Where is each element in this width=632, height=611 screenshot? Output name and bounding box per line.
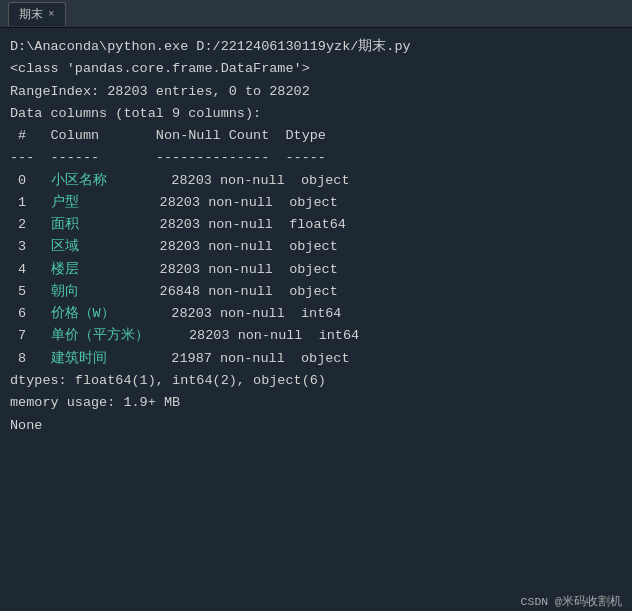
title-bar: 期末 × [0,0,632,28]
output-line: 6 价格（W） 28203 non-null int64 [10,303,622,325]
output-line: 7 单价（平方米） 28203 non-null int64 [10,325,622,347]
output-line: memory usage: 1.9+ MB [10,392,622,414]
output-line: 1 户型 28203 non-null object [10,192,622,214]
output-line: 2 面积 28203 non-null float64 [10,214,622,236]
console-output: D:\Anaconda\python.exe D:/2212406130119y… [0,28,632,592]
tab-label: 期末 [19,6,43,23]
output-line: dtypes: float64(1), int64(2), object(6) [10,370,622,392]
output-line: <class 'pandas.core.frame.DataFrame'> [10,58,622,80]
output-line: Data columns (total 9 columns): [10,103,622,125]
watermark: CSDN @米码收割机 [521,594,622,609]
footer-bar: CSDN @米码收割机 [0,592,632,611]
output-line: # Column Non-Null Count Dtype [10,125,622,147]
output-line: --- ------ -------------- ----- [10,147,622,169]
output-line: RangeIndex: 28203 entries, 0 to 28202 [10,81,622,103]
main-window: 期末 × D:\Anaconda\python.exe D:/221240613… [0,0,632,611]
output-line: 8 建筑时间 21987 non-null object [10,348,622,370]
output-line: D:\Anaconda\python.exe D:/2212406130119y… [10,36,622,58]
tab-qimo[interactable]: 期末 × [8,2,66,26]
tab-close[interactable]: × [48,8,55,20]
output-line: None [10,415,622,437]
output-line: 0 小区名称 28203 non-null object [10,170,622,192]
output-line: 5 朝向 26848 non-null object [10,281,622,303]
output-line: 3 区域 28203 non-null object [10,236,622,258]
output-line: 4 楼层 28203 non-null object [10,259,622,281]
